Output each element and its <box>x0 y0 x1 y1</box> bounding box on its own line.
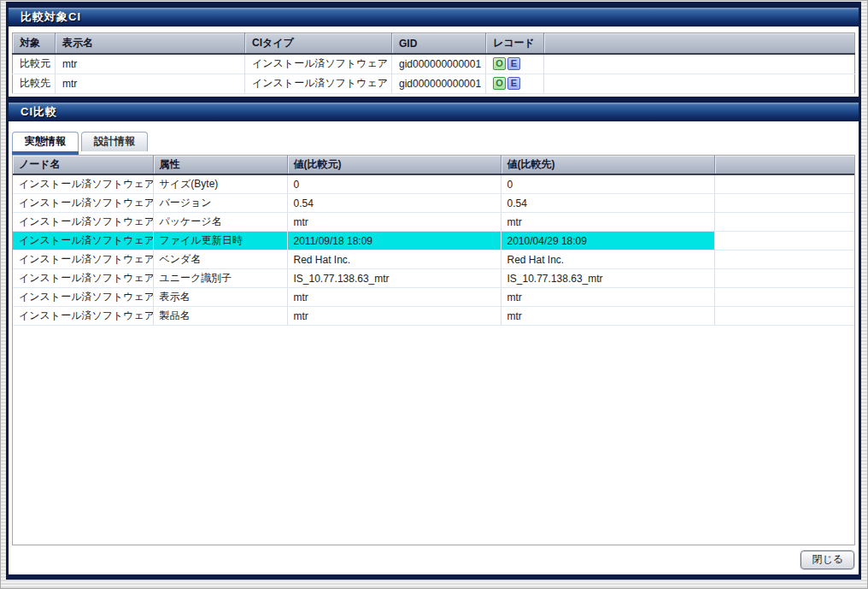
ci-compare-titlebar: CI比較 <box>9 103 859 121</box>
cell-attribute: パッケージ名 <box>153 213 287 232</box>
cell-target: 比較元 <box>13 54 56 74</box>
col-record: レコード <box>486 33 544 55</box>
cell-node-name: インストール済ソフトウェア <box>13 194 153 213</box>
cell-node-name: インストール済ソフトウェア <box>13 307 153 326</box>
close-button[interactable]: 閉じる <box>801 551 854 569</box>
target-ci-table: 対象 表示名 CIタイプ GID レコード 比較元mtrインストール済ソフトウェ… <box>12 32 855 94</box>
table-row-diff: インストール済ソフトウェアファイル更新日時2011/09/18 18:09201… <box>13 232 854 250</box>
cell-value-source: 2011/09/18 18:09 <box>287 232 501 250</box>
cell-attribute: 製品名 <box>153 307 287 326</box>
cell-blank <box>714 194 854 213</box>
cell-value-dest: mtr <box>501 307 714 326</box>
col-display-name: 表示名 <box>56 33 245 55</box>
target-ci-table-body: 比較元mtrインストール済ソフトウェアgid000000000001OE比較先m… <box>13 54 855 93</box>
cell-node-name: インストール済ソフトウェア <box>13 288 153 307</box>
cell-target: 比較先 <box>13 74 56 93</box>
table-row: 比較先mtrインストール済ソフトウェアgid000000000001OE <box>13 74 855 93</box>
table-row: インストール済ソフトウェアサイズ(Byte)00 <box>13 174 854 194</box>
cell-blank <box>714 213 854 232</box>
cell-value-source: mtr <box>287 288 501 307</box>
cell-blank <box>544 54 855 74</box>
col-blank <box>714 156 854 174</box>
cell-value-source: mtr <box>287 213 501 232</box>
cell-blank <box>714 307 854 326</box>
cell-blank <box>714 269 854 288</box>
cell-blank <box>714 288 854 307</box>
compare-tabs: 実態情報 設計情報 <box>12 132 855 151</box>
tab-actual-info[interactable]: 実態情報 <box>12 132 79 151</box>
cell-value-dest: Red Hat Inc. <box>501 250 714 269</box>
cell-value-dest: mtr <box>501 288 714 307</box>
cell-attribute: 表示名 <box>153 288 287 307</box>
cell-value-source: 0 <box>287 174 501 194</box>
cell-attribute: ユニーク識別子 <box>153 269 287 288</box>
cell-value-dest: 0 <box>501 174 714 194</box>
cell-value-source: IS_10.77.138.63_mtr <box>287 269 501 288</box>
compare-table: ノード名 属性 値(比較元) 値(比較先) インストール済ソフトウェアサイズ(B… <box>13 156 854 326</box>
cell-value-dest: 2010/04/29 18:09 <box>501 232 714 250</box>
cell-record: OE <box>486 54 544 74</box>
cell-display-name: mtr <box>56 74 245 93</box>
cell-value-dest: 0.54 <box>501 194 714 213</box>
compare-table-body: インストール済ソフトウェアサイズ(Byte)00インストール済ソフトウェアバージ… <box>13 174 854 326</box>
cell-ci-type: インストール済ソフトウェア <box>245 54 392 74</box>
cell-node-name: インストール済ソフトウェア <box>13 250 153 269</box>
table-row: インストール済ソフトウェア製品名mtrmtr <box>13 307 854 326</box>
table-row: インストール済ソフトウェアベンダ名Red Hat Inc.Red Hat Inc… <box>13 250 854 269</box>
table-row: インストール済ソフトウェアユニーク識別子IS_10.77.138.63_mtrI… <box>13 269 854 288</box>
table-row: 比較元mtrインストール済ソフトウェアgid000000000001OE <box>13 54 855 74</box>
cell-attribute: ベンダ名 <box>153 250 287 269</box>
cell-blank <box>714 250 854 269</box>
cell-value-source: 0.54 <box>287 194 501 213</box>
table-row: インストール済ソフトウェアバージョン0.540.54 <box>13 194 854 213</box>
cell-display-name: mtr <box>56 54 245 74</box>
record-o-icon[interactable]: O <box>493 57 506 70</box>
tab-design-info[interactable]: 設計情報 <box>81 132 148 151</box>
col-blank <box>544 33 855 55</box>
col-gid: GID <box>392 33 486 55</box>
target-ci-header-row: 対象 表示名 CIタイプ GID レコード <box>13 33 855 55</box>
cell-blank <box>544 74 855 93</box>
col-target: 対象 <box>13 33 56 55</box>
cell-value-dest: IS_10.77.138.63_mtr <box>501 269 714 288</box>
cell-node-name: インストール済ソフトウェア <box>13 232 153 250</box>
cell-value-dest: mtr <box>501 213 714 232</box>
table-row: インストール済ソフトウェア表示名mtrmtr <box>13 288 854 307</box>
ci-compare-title: CI比較 <box>21 105 57 118</box>
cell-attribute: ファイル更新日時 <box>153 232 287 250</box>
cell-attribute: バージョン <box>153 194 287 213</box>
target-ci-panel: 対象 表示名 CIタイプ GID レコード 比較元mtrインストール済ソフトウェ… <box>9 27 859 97</box>
target-ci-title: 比較対象CI <box>21 10 81 23</box>
cell-node-name: インストール済ソフトウェア <box>13 213 153 232</box>
cell-record: OE <box>486 74 544 93</box>
record-o-icon[interactable]: O <box>493 77 506 90</box>
tab-actual-info-label: 実態情報 <box>25 135 66 147</box>
cell-attribute: サイズ(Byte) <box>153 174 287 194</box>
cell-blank <box>714 174 854 194</box>
col-ci-type: CIタイプ <box>245 33 392 55</box>
ci-compare-dialog: 比較対象CI 対象 表示名 CIタイプ GID レコード 比較元mtrインストー… <box>6 2 861 580</box>
cell-node-name: インストール済ソフトウェア <box>13 269 153 288</box>
col-value-source: 値(比較元) <box>287 156 501 174</box>
col-value-dest: 値(比較先) <box>501 156 714 174</box>
cell-blank <box>714 232 854 250</box>
compare-table-area: ノード名 属性 値(比較元) 値(比較先) インストール済ソフトウェアサイズ(B… <box>12 155 855 545</box>
record-e-icon[interactable]: E <box>507 77 520 90</box>
cell-gid: gid000000000001 <box>392 74 486 93</box>
tab-design-info-label: 設計情報 <box>94 135 135 147</box>
cell-value-source: Red Hat Inc. <box>287 250 501 269</box>
compare-header-row: ノード名 属性 値(比較元) 値(比較先) <box>13 156 854 174</box>
target-ci-titlebar: 比較対象CI <box>9 8 859 27</box>
table-row: インストール済ソフトウェアパッケージ名mtrmtr <box>13 213 854 232</box>
col-node-name: ノード名 <box>13 156 153 174</box>
dialog-footer: 閉じる <box>12 545 855 569</box>
cell-node-name: インストール済ソフトウェア <box>13 174 153 194</box>
cell-gid: gid000000000001 <box>392 54 486 74</box>
ci-compare-panel: 実態情報 設計情報 ノード名 属性 値(比較元) 値(比較先) インス <box>9 121 859 574</box>
cell-value-source: mtr <box>287 307 501 326</box>
col-attribute: 属性 <box>153 156 287 174</box>
record-e-icon[interactable]: E <box>507 57 520 70</box>
cell-ci-type: インストール済ソフトウェア <box>245 74 392 93</box>
